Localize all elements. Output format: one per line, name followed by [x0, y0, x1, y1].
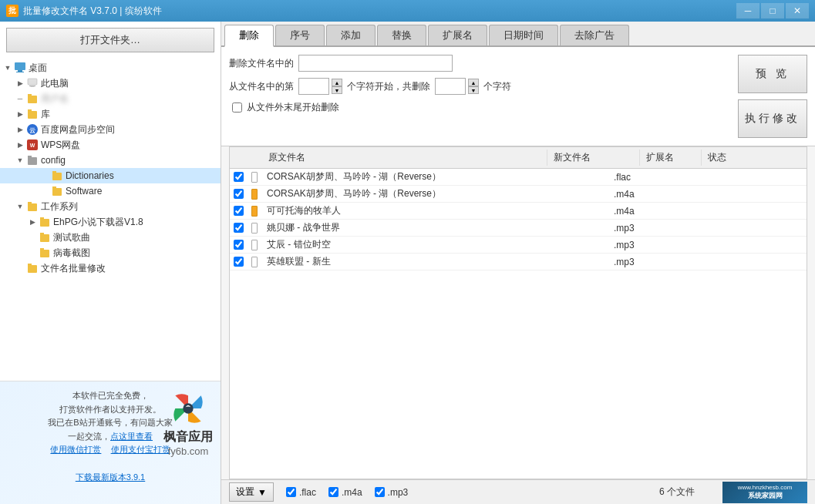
file-icon-2 [247, 204, 262, 218]
svg-rect-14 [52, 173, 62, 180]
download-link[interactable]: 下载最新版本3.9.1 [76, 472, 145, 482]
m4a-checkbox[interactable] [328, 487, 338, 497]
orange-file-icon [251, 206, 258, 217]
tree-item-work[interactable]: ▼ 工作系列 [0, 199, 221, 214]
open-folder-button[interactable]: 打开文件夹… [6, 28, 214, 52]
tab-replace[interactable]: 替换 [377, 25, 426, 45]
delete-count-up[interactable]: ▲ [468, 79, 479, 86]
tree-item-batch[interactable]: ─ 文件名批量修改 [0, 260, 221, 276]
tree-item-library[interactable]: ▶ 库 [0, 106, 221, 122]
wechat-pay-link[interactable]: 使用微信打赏 [50, 445, 101, 454]
tab-datetime[interactable]: 日期时间 [489, 25, 558, 45]
svg-rect-22 [40, 234, 49, 242]
tree-item-label: 病毒截图 [53, 247, 90, 260]
from-end-label: 从文件外末尾开始删除 [247, 101, 339, 114]
tree-item-label: 此电脑 [41, 77, 69, 90]
status-1 [671, 193, 807, 196]
from-char-value[interactable]: 1 [298, 78, 329, 95]
tree-item-desktop[interactable]: ▼ 桌面 [0, 60, 221, 76]
newname-1 [517, 193, 609, 196]
file-icon-1 [247, 187, 262, 201]
tab-remove-ad[interactable]: 去除广告 [560, 25, 629, 45]
corner-watermark: www.hnzkhesb.com 系统家园网 [722, 482, 807, 503]
table-row: 可可托海的牧羊人 .m4a [230, 203, 807, 220]
row-checkbox-0[interactable] [230, 170, 247, 183]
folder-icon [39, 247, 51, 259]
tab-extension[interactable]: 扩展名 [428, 25, 487, 45]
white-file-icon [251, 240, 258, 250]
tree-item-wps[interactable]: ▶ W WPS网盘 [0, 137, 221, 153]
row-checkbox-3[interactable] [230, 221, 247, 234]
orange-file-icon [251, 189, 258, 200]
table-row: CORSAK胡梦周、马吟吟 - 湖（Reverse） .flac [230, 169, 807, 186]
svg-rect-26 [28, 265, 37, 273]
tree-item-ehpg[interactable]: ▶ EhPG小说下载器V1.8 [0, 214, 221, 230]
library-icon [26, 108, 39, 120]
svg-rect-21 [40, 217, 44, 220]
table-row: 艾辰 - 错位时空 .mp3 [230, 237, 807, 254]
svg-rect-27 [28, 264, 32, 266]
flac-checkbox[interactable] [286, 487, 296, 497]
svg-rect-7 [28, 94, 32, 96]
maximize-button[interactable]: □ [761, 3, 784, 18]
tree-item-user[interactable]: ─ 用户名 [0, 91, 221, 106]
baidu-icon: 云 [26, 123, 39, 136]
tree-item-config[interactable]: ▼ config [0, 153, 221, 168]
filter-m4a: .m4a [328, 487, 362, 498]
filename-2: 可可托海的牧羊人 [262, 203, 517, 219]
row-checkbox-1[interactable] [230, 187, 247, 200]
delete-chars-label: 删除文件名中的 [229, 57, 294, 70]
svg-rect-3 [28, 79, 37, 85]
mp3-checkbox[interactable] [375, 487, 385, 497]
file-count: 6 个文件 [659, 486, 695, 499]
app-icon: 批 [6, 5, 19, 17]
expand-icon: ▶ [26, 216, 39, 228]
newname-3 [517, 227, 609, 230]
svg-rect-15 [52, 171, 56, 173]
view-link[interactable]: 点这里查看 [110, 432, 153, 441]
expand-icon: ▶ [14, 123, 26, 136]
tree-item-label: WPS网盘 [41, 139, 80, 152]
alipay-link[interactable]: 使用支付宝打赏 [111, 445, 170, 454]
delete-chars-input[interactable] [298, 55, 453, 72]
svg-rect-16 [52, 188, 62, 196]
logo-name: 枫音应用 [163, 429, 213, 445]
settings-button[interactable]: 设置 ▼ [229, 482, 274, 502]
tab-serial[interactable]: 序号 [275, 25, 325, 45]
from-end-checkbox[interactable] [232, 102, 242, 113]
middle-label: 个字符开始，共删除 [347, 80, 430, 93]
tree-item-computer[interactable]: ▶ 此电脑 [0, 76, 221, 91]
tree-item-test-songs[interactable]: ─ 测试歌曲 [0, 230, 221, 245]
window-title: 批量修改文件名 V3.7.0 | 缤纷软件 [23, 5, 736, 18]
tree-item-baidu[interactable]: ▶ 云 百度网盘同步空间 [0, 122, 221, 137]
svg-rect-12 [28, 157, 37, 165]
th-checkbox [230, 150, 247, 166]
tree-item-software[interactable]: ─ Software [0, 183, 221, 199]
preview-button[interactable]: 预 览 [738, 55, 807, 93]
status-4 [671, 244, 807, 247]
ext-3: .mp3 [609, 221, 671, 235]
tree-item-dictionaries[interactable]: ─ Dictionaries [0, 168, 221, 183]
svg-rect-18 [28, 203, 37, 211]
th-status: 状态 [702, 150, 807, 166]
left-panel: 打开文件夹… ▼ 桌面 ▶ 此电脑 ─ [0, 22, 221, 504]
row-checkbox-5[interactable] [230, 255, 247, 268]
from-char-down[interactable]: ▼ [332, 86, 342, 94]
close-button[interactable]: ✕ [786, 3, 809, 18]
action-buttons: 预 览 执行修改 [738, 55, 807, 138]
tab-add[interactable]: 添加 [326, 25, 376, 45]
delete-count-value[interactable]: 0 [435, 78, 466, 95]
logo-area: 枫音应用 fy6b.com [163, 389, 213, 457]
config-folder-icon [26, 154, 39, 166]
svg-rect-4 [29, 86, 35, 86]
row-checkbox-4[interactable] [230, 238, 247, 251]
tree-item-virus[interactable]: ─ 病毒截图 [0, 245, 221, 260]
delete-count-down[interactable]: ▼ [468, 86, 479, 94]
execute-button[interactable]: 执行修改 [738, 99, 807, 138]
minimize-button[interactable]: ─ [736, 3, 759, 18]
row-checkbox-2[interactable] [230, 204, 247, 217]
from-char-up[interactable]: ▲ [332, 79, 342, 86]
tab-content-area: 删除文件名中的 从文件名中的第 1 ▲ ▼ 个字符开始 [221, 47, 815, 146]
tree-item-label: 测试歌曲 [53, 231, 90, 244]
tab-delete[interactable]: 删除 [224, 25, 274, 47]
